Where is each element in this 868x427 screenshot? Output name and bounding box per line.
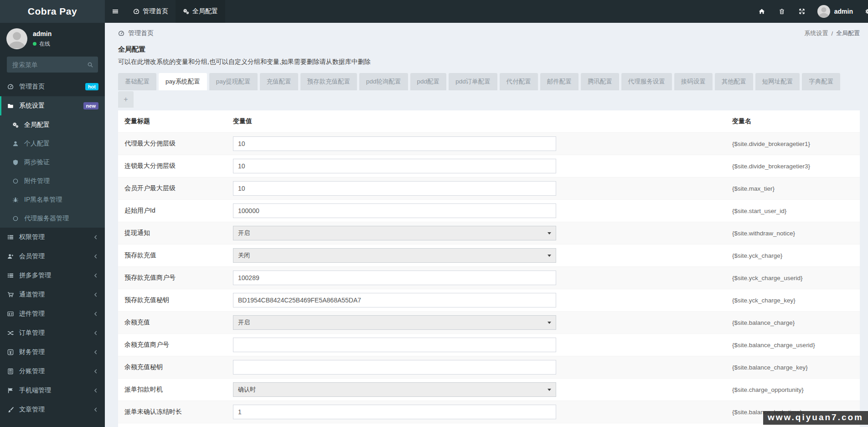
sidebar-toggle-button[interactable] [105,0,126,23]
withdraw-notice-select[interactable]: 开启 [233,226,556,240]
topnav-item-global-config[interactable]: 全局配置 [176,0,225,23]
select-value: 开启 [238,318,250,327]
balance-lock-time-input[interactable] [233,405,556,419]
chevron-left-icon [93,273,98,278]
sidebar-item-mobile-manage[interactable]: 手机端管理 [0,381,105,400]
sidebar-item-pdd-manage[interactable]: 拼多多管理 [0,266,105,285]
tab-recharge[interactable]: 充值配置 [260,73,298,90]
sidebar-item-member-manage[interactable]: 会员管理 [0,247,105,266]
tab-dict[interactable]: 字典配置 [802,73,840,90]
yck-charge-key-input[interactable] [233,293,556,307]
select-value: 确认时 [238,385,256,394]
brand-logo[interactable]: Cobra Pay [0,0,105,23]
add-tab-button[interactable]: + [118,91,134,108]
tab-daifu[interactable]: 代付配置 [500,73,538,90]
sidebar-item-article-manage[interactable]: 文章管理 [0,400,105,419]
user-menu-label: admin [834,8,853,15]
sidebar-item-label: 代理服务器管理 [24,214,69,223]
tab-yck-recharge[interactable]: 预存款充值配置 [300,73,357,90]
random-icon [6,330,15,336]
config-tabs-row2: + [118,91,860,108]
row-label: 余额充值商户号 [124,341,169,348]
divide-brokeragetier3-input[interactable] [233,159,556,173]
row-varname: {$site.divide_brokeragetier1} [732,141,810,147]
config-tabs: 基础配置pay系统配置pay提现配置充值配置预存款充值配置pdd轮询配置pdd配… [118,73,860,90]
tab-proxy-service[interactable]: 代理服务设置 [621,73,672,90]
sidebar-item-ip-blacklist-manage[interactable]: IP黑名单管理 [0,190,105,209]
sidebar-item-attachment-manage[interactable]: 附件管理 [0,172,105,190]
sidebar-item-finance-manage[interactable]: 财务管理 [0,343,105,362]
row-varname: {$site.balance_charge} [732,319,795,326]
sidebar-item-split-account-manage[interactable]: 分账管理 [0,362,105,381]
row-label: 余额充值秘钥 [124,363,163,370]
gears-icon [11,122,20,128]
sidebar-item-label: 系统设置 [19,102,45,110]
tab-other[interactable]: 其他配置 [715,73,753,90]
avatar [817,5,830,18]
sidebar-item-label: 个人配置 [24,140,50,148]
breadcrumb-system-settings[interactable]: 系统设置 [804,29,828,37]
content-header: 管理首页 系统设置 / 全局配置 [105,23,868,37]
row-label: 预存款充值商户号 [124,274,176,281]
search-input[interactable] [7,61,83,68]
tab-sms-code[interactable]: 接码设置 [674,73,713,90]
sidebar-item-channel-manage[interactable]: 通道管理 [0,285,105,304]
balance-charge-userid-input[interactable] [233,338,556,352]
table-row-yck-charge-userid: 预存款充值商户号{$site.yck_charge_userid} [118,266,860,289]
user-menu[interactable]: admin [812,5,858,18]
row-varname: {$site.yck_charge} [732,252,782,259]
sidebar-item-two-step-verify[interactable]: 两步验证 [0,153,105,172]
search-button[interactable] [83,57,98,73]
home-button[interactable] [752,0,772,23]
yck-charge-userid-input[interactable] [233,271,556,285]
sidebar-item-global-config[interactable]: 全局配置 [0,115,105,134]
row-varname: {$site.charge_opportunity} [732,386,804,393]
tab-short-url[interactable]: 短网址配置 [755,73,800,90]
row-label: 代理最大分佣层级 [124,140,176,147]
tab-pdd[interactable]: pdd配置 [410,73,447,90]
breadcrumb-global-config[interactable]: 全局配置 [836,29,860,37]
sidebar-menu: 管理首页hot系统设置new全局配置个人配置两步验证附件管理IP黑名单管理代理服… [0,77,105,419]
sidebar-item-label: 财务管理 [19,348,45,356]
balance-charge-key-input[interactable] [233,360,556,375]
table-row-balance-charge-key: 余额充值秘钥{$site.balance_charge_key} [118,356,860,378]
expand-button[interactable] [792,0,812,23]
topnav-item-dashboard[interactable]: 管理首页 [126,0,176,23]
table-row-charge-opportunity: 派单扣款时机确认时{$site.charge_opportunity} [118,378,860,401]
table-header: 变量标题 变量值 变量名 [118,110,860,132]
divide-brokeragetier1-input[interactable] [233,136,556,151]
balance-charge-select[interactable]: 开启 [233,315,556,330]
sidebar: admin 在线 管理首页hot系统设置new全局配置个人配置两步验证附件管理I… [0,23,105,427]
page-title: 全局配置 [118,45,860,54]
sidebar-item-personal-config[interactable]: 个人配置 [0,134,105,153]
settings-button[interactable] [858,0,868,23]
start-user-id-input[interactable] [233,203,556,218]
sidebar-item-dashboard[interactable]: 管理首页hot [0,77,105,96]
max-tier-input[interactable] [233,181,556,196]
tab-pay-withdraw[interactable]: pay提现配置 [209,73,258,90]
avatar [6,28,27,49]
yck-charge-select[interactable]: 关闭 [233,248,556,263]
content-header-left: 管理首页 [118,29,154,37]
dashboard-icon [133,8,140,15]
tab-basic[interactable]: 基础配置 [118,73,156,90]
watermark: www.qiyuan7.com [763,411,868,425]
sidebar-item-order-manage[interactable]: 订单管理 [0,323,105,343]
sidebar-item-system-settings[interactable]: 系统设置new [0,96,105,115]
sidebar-item-permission-manage[interactable]: 权限管理 [0,228,105,247]
tab-pdd-polling[interactable]: pdd轮询配置 [359,73,408,90]
tab-pdd-order[interactable]: pdd订单配置 [449,73,497,90]
table-rows: 代理最大分佣层级{$site.divide_brokeragetier1}连锁最… [118,132,860,427]
row-varname: {$site.yck_charge_key} [732,297,796,304]
charge-opportunity-select[interactable]: 确认时 [233,382,556,397]
badge-new: new [83,102,98,109]
tab-mail[interactable]: 邮件配置 [540,73,579,90]
trash-button[interactable] [772,0,792,23]
tab-tencent[interactable]: 腾讯配置 [581,73,619,90]
tab-pay-system[interactable]: pay系统配置 [159,73,207,90]
page-description: 可以在此增改系统的变量和分组,也可以自定义分组和变量,如果需要删除请从数据库中删… [118,58,860,66]
sidebar-item-incoming-manage[interactable]: 进件管理 [0,304,105,323]
sidebar-item-proxy-server-manage[interactable]: 代理服务器管理 [0,209,105,228]
gears-icon [183,8,189,15]
table-row-balance-charge-userid: 余额充值商户号{$site.balance_charge_userid} [118,333,860,356]
